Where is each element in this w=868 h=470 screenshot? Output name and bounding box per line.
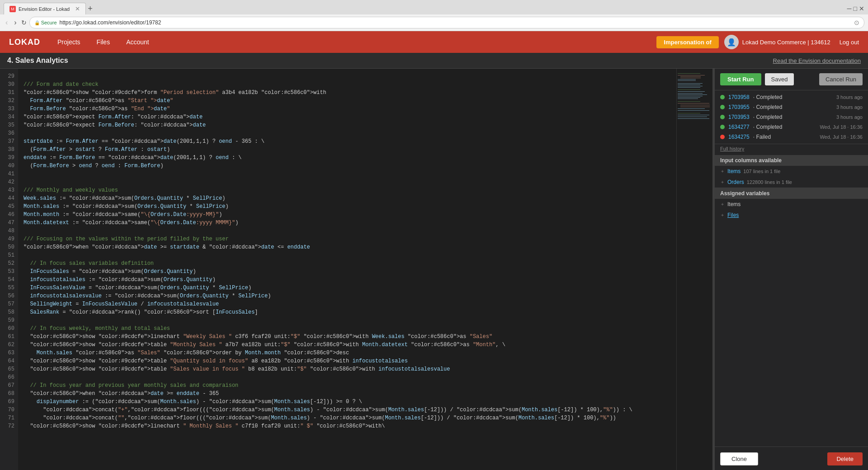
code-line: SalesRank = "color:#dcdcaa">rank — [24, 309, 134, 315]
code-line — [24, 130, 27, 136]
run-status-dot — [720, 95, 725, 99]
run-status-text: · Completed — [753, 124, 783, 130]
run-history: 1703958 · Completed 3 hours ago 1703955 … — [715, 90, 868, 144]
line-number: 37 — [0, 137, 18, 146]
assigned-variable-item[interactable]: ＋ Files — [715, 210, 868, 221]
code-content[interactable]: /// Form and date check "color:#c586c0">… — [18, 69, 676, 470]
code-line: (Form.After > ostart ? Form.After : osta… — [24, 146, 170, 153]
line-number: 45 — [0, 202, 18, 211]
code-line — [24, 179, 27, 185]
code-line: "color:#c586c0">expect — [24, 122, 95, 128]
svg-rect-25 — [678, 117, 707, 117]
code-line: "color:#c586c0">show — [24, 334, 95, 340]
svg-rect-18 — [678, 103, 709, 103]
svg-rect-12 — [678, 93, 703, 94]
active-tab[interactable]: M Envision Editor - Lokad ✕ — [4, 3, 86, 14]
forward-btn[interactable]: › — [12, 18, 18, 28]
code-line — [24, 171, 27, 177]
line-number: 46 — [0, 211, 18, 219]
address-bar[interactable]: 🔒 Secure https://go.lokad.com/envision/e… — [29, 17, 864, 28]
new-tab-btn[interactable]: + — [88, 4, 93, 14]
expand-icon: ＋ — [720, 201, 725, 207]
line-number: 34 — [0, 113, 18, 121]
run-history-item[interactable]: 1703958 · Completed 3 hours ago — [715, 92, 868, 102]
browser-toolbar: ‹ › ↻ 🔒 Secure https://go.lokad.com/envi… — [0, 14, 868, 31]
impersonation-btn[interactable]: Impersonation of — [656, 36, 718, 48]
svg-rect-15 — [678, 97, 700, 98]
tab-close-btn[interactable]: ✕ — [75, 5, 80, 12]
run-id[interactable]: 1703953 — [728, 114, 750, 120]
line-number: 68 — [0, 390, 18, 398]
run-id[interactable]: 1703955 — [728, 104, 750, 110]
reload-btn[interactable]: ↻ — [21, 19, 27, 26]
run-id[interactable]: 1634275 — [728, 134, 750, 140]
code-line: Week.sales := "color:#dcdcaa">sum — [24, 195, 131, 202]
line-number: 41 — [0, 170, 18, 178]
full-history-link[interactable]: Full history — [715, 144, 868, 155]
run-history-item[interactable]: 1703955 · Completed 3 hours ago — [715, 102, 868, 112]
svg-rect-4 — [678, 79, 696, 80]
user-info: 👤 Lokad Demo Commerce | 134612 — [724, 35, 830, 49]
variable-name: Files — [727, 212, 739, 218]
code-line: Month.month := "color:#dcdcaa">same — [24, 212, 137, 218]
run-history-item[interactable]: 1634277 · Completed Wed, Jul 18 · 16:36 — [715, 122, 868, 132]
nav-projects[interactable]: Projects — [49, 31, 89, 53]
nav-account[interactable]: Account — [118, 31, 157, 53]
code-editor[interactable]: 2930313233343536373839404142434445464748… — [0, 69, 676, 470]
run-status-dot — [720, 125, 725, 129]
line-number: 66 — [0, 373, 18, 381]
run-status-text: · Completed — [753, 94, 783, 100]
code-line: enddate := Form.Before == "color:#dcdcaa… — [24, 155, 173, 161]
svg-rect-1 — [678, 75, 705, 75]
line-number: 30 — [0, 80, 18, 89]
logout-btn[interactable]: Log out — [840, 39, 859, 46]
input-column-item[interactable]: ＋ Orders 122800 lines in 1 file — [715, 177, 868, 188]
code-line: /// Focusing on the values within the pe… — [24, 236, 229, 242]
run-status-text: · Completed — [753, 114, 783, 120]
code-line: "color:#c586c0">when — [24, 244, 89, 250]
delete-btn[interactable]: Delete — [827, 452, 863, 465]
clone-btn[interactable]: Clone — [720, 452, 758, 465]
nav-files[interactable]: Files — [89, 31, 118, 53]
code-line: "color:#dcdcaa">concat — [24, 407, 115, 413]
assigned-variable-item[interactable]: ＋ Items — [715, 199, 868, 210]
code-line: "color:#c586c0">when — [24, 390, 95, 397]
saved-btn[interactable]: Saved — [765, 73, 794, 85]
line-number: 44 — [0, 194, 18, 202]
input-column-item[interactable]: ＋ Items 107 lines in 1 file — [715, 166, 868, 177]
code-line: Form.After "color:#c586c0">as — [24, 98, 124, 104]
column-detail: 122800 lines in 1 file — [747, 179, 792, 185]
line-number: 60 — [0, 324, 18, 333]
line-number: 40 — [0, 162, 18, 170]
page-title-bar: 4. Sales Analytics Read the Envision doc… — [0, 53, 868, 69]
run-status-dot — [720, 115, 725, 119]
cancel-run-btn[interactable]: Cancel Run — [819, 73, 863, 85]
run-status-text: · Completed — [753, 104, 783, 110]
code-line — [24, 228, 27, 234]
line-number: 54 — [0, 276, 18, 284]
line-number: 39 — [0, 154, 18, 162]
code-line: "color:#c586c0">show — [24, 358, 95, 364]
svg-rect-23 — [678, 113, 700, 113]
run-history-item[interactable]: 1703953 · Completed 3 hours ago — [715, 112, 868, 122]
run-id[interactable]: 1634277 — [728, 124, 750, 130]
back-btn[interactable]: ‹ — [4, 18, 9, 28]
svg-rect-9 — [678, 87, 700, 88]
code-line — [24, 252, 27, 258]
run-id[interactable]: 1703958 — [728, 94, 750, 100]
start-run-btn[interactable]: Start Run — [720, 73, 761, 85]
line-number: 63 — [0, 349, 18, 357]
svg-rect-2 — [680, 76, 701, 77]
code-line: "color:#c586c0">expect — [24, 114, 95, 120]
code-line: Form.Before "color:#c586c0">as — [24, 106, 127, 112]
expand-icon: ＋ — [720, 168, 725, 174]
minimize-btn[interactable]: ─ — [847, 5, 852, 12]
search-icon: ⊙ — [854, 19, 859, 26]
svg-rect-14 — [678, 96, 703, 96]
maximize-btn[interactable]: □ — [854, 5, 857, 12]
run-time: 3 hours ago — [836, 94, 863, 100]
close-window-btn[interactable]: ✕ — [859, 5, 864, 12]
run-history-item[interactable]: 1634275 · Failed Wed, Jul 18 · 16:36 — [715, 132, 868, 142]
svg-rect-19 — [680, 105, 710, 105]
doc-link[interactable]: Read the Envision documentation — [773, 57, 861, 64]
